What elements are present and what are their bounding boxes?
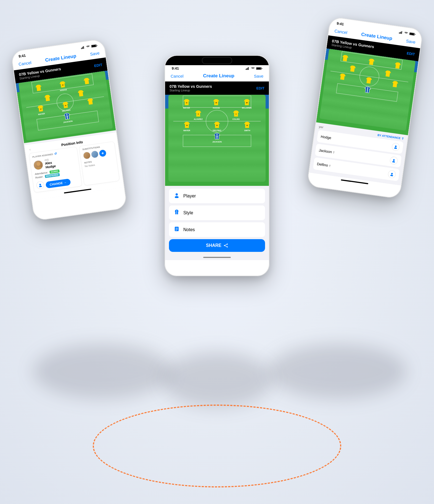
save-button-center[interactable]: Save [254, 74, 263, 78]
field-right [316, 48, 418, 135]
shadow-center [162, 352, 272, 407]
jersey-mclaren28-center[interactable]: 28 MCLAREN [242, 99, 252, 109]
player-icon [173, 192, 180, 199]
jersey-player-top1-left[interactable] [34, 84, 44, 95]
svg-text:11: 11 [186, 102, 187, 104]
svg-point-37 [395, 146, 397, 147]
svg-point-64 [176, 193, 178, 196]
time-left: 9:41 [18, 53, 26, 58]
save-button-right[interactable]: Save [406, 38, 416, 44]
svg-line-21 [102, 153, 104, 153]
game-title-center: 07B Yellow vs Gunners [170, 84, 212, 89]
title-center: Create Lineup [203, 73, 234, 79]
phone-right: 9:41 Cancel Create Lineup Save 07B Yello… [307, 16, 424, 199]
jersey-alvarez6-center[interactable]: 6 ALVAREZ [194, 110, 203, 120]
sheet-item-style[interactable]: Style [169, 205, 265, 220]
jersey-def3-left[interactable] [86, 97, 96, 109]
svg-point-73 [227, 246, 228, 247]
shadow-left [33, 344, 171, 399]
phone-center: 9:41 Cancel Create Lineup Save 07B Yello… [165, 55, 269, 276]
share-button[interactable]: SHARE [169, 239, 265, 252]
svg-rect-22 [399, 32, 400, 33]
subst-avatar-1 [83, 151, 91, 159]
svg-text:21: 21 [216, 125, 218, 126]
svg-text:15: 15 [216, 102, 217, 104]
jersey-hodge-left[interactable]: 15 HODGE [58, 80, 68, 92]
jersey-jackson-left[interactable]: 23 JACKSON [62, 112, 73, 123]
sheet-item-player[interactable]: Player [169, 189, 265, 203]
status-icons-right [399, 31, 416, 36]
change-button[interactable]: CHANGE → [45, 178, 71, 188]
subst-add[interactable] [99, 149, 107, 157]
player-profile-icon-delfino[interactable] [388, 170, 396, 179]
player-name-left: AlexHodge [45, 160, 56, 170]
time-right: 9:41 [337, 21, 344, 26]
player-assigned-label: PLAYER ASSIGNED [32, 153, 53, 158]
cancel-button-right[interactable]: Cancel [334, 28, 348, 35]
jersey-mayer11-center[interactable]: 11 MAYER [182, 99, 191, 109]
sheet-item-notes[interactable]: Notes [169, 222, 265, 237]
svg-point-18 [39, 184, 41, 186]
wifi-icon-left [86, 45, 90, 48]
svg-text:23: 23 [216, 136, 218, 138]
svg-point-71 [227, 244, 228, 245]
svg-text:23: 23 [66, 116, 68, 118]
cancel-button-center[interactable]: Cancel [171, 74, 184, 78]
status-icons-left [81, 44, 97, 49]
bottom-sheet-center: Player Style [165, 186, 269, 255]
svg-text:28: 28 [246, 102, 248, 104]
svg-text:12: 12 [247, 125, 248, 126]
svg-rect-1 [82, 47, 83, 49]
svg-rect-46 [248, 67, 249, 70]
jersey-jackson23-center[interactable]: 23 JACKSON [212, 133, 222, 143]
svg-point-17 [36, 166, 43, 170]
svg-rect-23 [400, 32, 401, 33]
svg-rect-28 [415, 34, 416, 35]
svg-rect-0 [81, 48, 82, 49]
jersey-delfino-left[interactable]: 21 DELFINO [61, 101, 71, 112]
jersey-delfino21-center[interactable]: 21 DELFINO [213, 121, 221, 131]
svg-point-40 [392, 161, 395, 163]
time-center: 9:41 [172, 66, 179, 70]
jersey-mayer14-center[interactable]: 14 MAYER [183, 121, 191, 131]
svg-point-41 [391, 173, 393, 175]
save-button-left[interactable]: Save [90, 51, 100, 57]
notes-icon [173, 226, 180, 233]
svg-text:14: 14 [40, 108, 42, 110]
profile-icon-left[interactable] [36, 181, 45, 189]
jersey-mid2-left[interactable] [76, 89, 86, 99]
player-profile-icon-jackson[interactable] [390, 156, 398, 165]
svg-line-74 [225, 244, 227, 245]
jersey-smith12-center[interactable]: 12 SMITH [243, 121, 251, 131]
svg-point-38 [394, 147, 397, 149]
edit-button-center[interactable]: EDIT [256, 86, 264, 90]
svg-point-39 [393, 159, 395, 161]
roster-label: Roster: [35, 175, 43, 179]
svg-rect-45 [247, 68, 248, 70]
jersey-mayer-left[interactable]: 14 MAYER [36, 104, 46, 116]
svg-rect-24 [401, 31, 401, 34]
svg-rect-6 [97, 45, 97, 46]
game-header-center: 07B Yellow vs Gunners Starting Lineup ED… [165, 81, 269, 95]
share-icon [224, 243, 228, 248]
signal-icon-left [81, 46, 85, 49]
svg-line-34 [402, 138, 404, 138]
jersey-mid1-left[interactable] [43, 94, 52, 103]
svg-rect-25 [401, 31, 402, 34]
svg-text:14: 14 [186, 125, 188, 126]
svg-point-16 [36, 162, 41, 166]
player-profile-icon-hodge[interactable] [391, 143, 400, 151]
jersey-hodge15-center[interactable]: 15 HODGE [212, 99, 220, 109]
jersey-player-top3-left[interactable] [82, 77, 92, 88]
edit-button-left[interactable]: EDIT [94, 63, 102, 68]
svg-rect-44 [247, 68, 247, 70]
svg-rect-48 [256, 68, 261, 69]
style-icon [173, 209, 180, 216]
svg-text:21: 21 [65, 104, 67, 106]
jersey-colins3-center[interactable]: 3 COLINS [232, 110, 240, 120]
edit-button-right[interactable]: EDIT [406, 51, 415, 56]
cancel-button-left[interactable]: Cancel [18, 60, 32, 66]
svg-rect-3 [83, 46, 84, 49]
dashed-circle [93, 405, 341, 487]
player-avatar-left [33, 160, 44, 170]
